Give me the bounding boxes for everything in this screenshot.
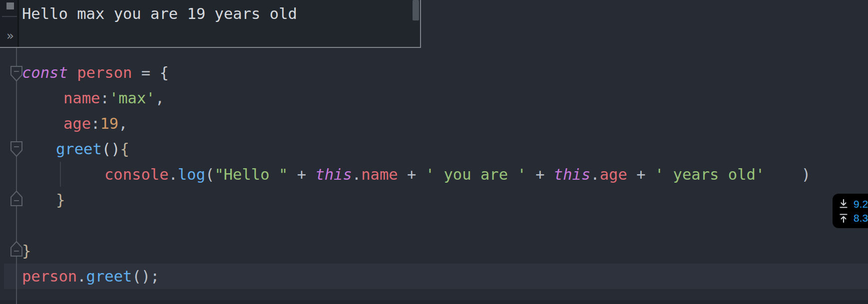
code-line[interactable]: greet(){ — [22, 136, 868, 162]
code-line[interactable] — [22, 213, 868, 238]
code-token: 19 — [100, 115, 118, 132]
network-speed-widget: 9.2 8.3 — [833, 194, 868, 228]
code-token: ) — [765, 166, 811, 183]
code-area[interactable]: const person = {name:'max',age:19,greet(… — [22, 48, 868, 304]
fold-marker-collapse-icon[interactable] — [10, 141, 23, 157]
code-token: 'max' — [109, 89, 155, 107]
code-token: ( — [205, 166, 214, 183]
code-token: this — [554, 166, 590, 183]
console-scrollbar-thumb[interactable] — [413, 0, 419, 20]
stop-square-icon[interactable] — [6, 2, 14, 9]
code-token: { — [120, 140, 129, 158]
upload-speed-value: 8.3 — [854, 213, 868, 223]
code-line[interactable]: const person = { — [22, 60, 868, 85]
code-token: + — [526, 166, 554, 183]
upload-arrow-icon — [839, 213, 848, 223]
code-token: person — [77, 64, 132, 81]
code-line[interactable]: } — [22, 187, 868, 213]
console-output-panel: » Hello max you are 19 years old — [0, 0, 421, 48]
code-token: = — [132, 64, 159, 81]
code-token: () — [102, 140, 120, 158]
code-token: this — [315, 166, 352, 183]
code-token: + — [627, 166, 655, 183]
code-token: . — [77, 268, 86, 285]
code-token: (); — [132, 268, 159, 285]
code-token: { — [159, 64, 168, 81]
code-token: } — [22, 242, 31, 260]
code-line[interactable]: } — [22, 238, 868, 264]
code-token: + — [288, 166, 315, 183]
code-token: ' you are ' — [426, 166, 526, 183]
code-token: , — [155, 89, 164, 107]
sidebar-divider — [2, 16, 17, 17]
code-token: name — [63, 89, 100, 107]
fold-gutter-line — [16, 48, 17, 304]
code-token: + — [398, 166, 426, 183]
code-line[interactable]: console.log("Hello " + this.name + ' you… — [22, 162, 868, 187]
code-token: ' years old' — [655, 166, 765, 183]
code-token: const — [22, 64, 68, 81]
code-token: . — [169, 166, 178, 183]
fold-marker-collapse-up-icon[interactable] — [10, 190, 23, 206]
download-speed-row: 9.2 — [839, 199, 868, 209]
code-token: age — [63, 115, 91, 132]
code-token: , — [118, 115, 127, 132]
double-chevron-right-icon: » — [6, 30, 13, 42]
console-sidebar: » — [0, 0, 19, 47]
fold-marker-collapse-icon[interactable] — [10, 66, 23, 82]
code-token: age — [600, 166, 627, 183]
code-token: : — [91, 115, 100, 132]
code-editor-window: const person = {name:'max',age:19,greet(… — [0, 0, 868, 304]
code-token: } — [56, 191, 65, 209]
code-line[interactable]: name:'max', — [22, 85, 868, 111]
code-token: name — [361, 166, 398, 183]
code-line[interactable]: person.greet(); — [22, 264, 868, 289]
code-token: greet — [86, 268, 132, 285]
console-output-text: Hello max you are 19 years old — [20, 0, 419, 47]
code-token: greet — [56, 140, 102, 158]
code-token: "Hello " — [214, 166, 288, 183]
fold-marker-collapse-up-icon[interactable] — [10, 241, 23, 257]
code-token: person — [22, 268, 77, 285]
code-token: . — [352, 166, 361, 183]
download-speed-value: 9.2 — [854, 199, 868, 209]
upload-speed-row: 8.3 — [839, 213, 868, 223]
code-token: . — [590, 166, 599, 183]
code-line[interactable]: age:19, — [22, 111, 868, 136]
code-token: : — [100, 89, 109, 107]
download-arrow-icon — [839, 199, 848, 209]
code-token: log — [178, 166, 205, 183]
code-token — [68, 64, 77, 81]
code-token: console — [104, 166, 169, 183]
